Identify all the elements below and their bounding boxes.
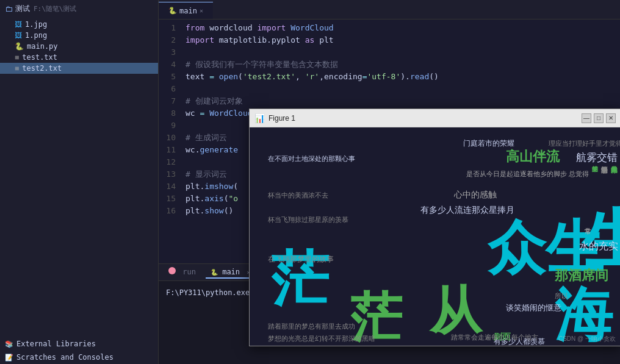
tab-main[interactable]: 🐍 main ✕ [159, 2, 213, 19]
word-bot4: 踏常常会走遍每个人每个地方 [451, 334, 538, 341]
code-line-6 [186, 83, 615, 95]
project-path: F:\随笔\测试 [34, 4, 77, 13]
folder-icon: 🗀 [5, 4, 13, 13]
editor-area: 🐍 main ✕ 12345 678910 1112131415 16 from… [159, 0, 620, 364]
code-line-4: # 假设我们有一个字符串变量包含文本数据 [186, 59, 615, 71]
code-line-1: from wordcloud import WordCloud [186, 22, 615, 34]
tab-close-icon[interactable]: ✕ [200, 7, 203, 14]
word-bot1: 在飞翔那梦里的故事 [268, 255, 334, 263]
close-button[interactable]: ✕ [606, 113, 616, 123]
word-mid1: 心中的感触 [453, 190, 497, 199]
figure-app-icon: 📊 [254, 113, 265, 123]
word-suoyi: 所以 [555, 292, 568, 299]
py-tab-icon: 🐍 [211, 269, 218, 276]
word-haduoshao1: 有多少人流连那众星捧月 [420, 205, 514, 215]
word-mentingru: 门庭若市的荣耀 [463, 139, 514, 148]
line-numbers: 12345 678910 1112131415 16 [159, 20, 181, 263]
word-small2: 是否从今日是起追逐着他乡的脚步 总觉得 [466, 170, 589, 177]
scratches-icon: 📝 [5, 354, 13, 362]
word-small3: 理应当打理好手里才觉得心事 [549, 140, 620, 147]
file-item-mainpy[interactable]: 🐍 main.py [0, 41, 158, 52]
watermark: CSDN @ 一响小贪欢 [558, 335, 616, 343]
scratches-consoles-section[interactable]: 📝 Scratches and Consoles [0, 351, 158, 364]
file-item-1png[interactable]: 🖼 1.png [0, 30, 158, 41]
terminal-tab-main[interactable]: 🐍 main ✕ [206, 266, 255, 279]
image-icon: 🖼 [15, 31, 22, 40]
run-status-icon [168, 267, 176, 274]
editor-tabs: 🐍 main ✕ [159, 0, 620, 20]
project-name: 测试 [15, 4, 30, 14]
word-left1: 杯当飞翔掠过那星原的羡慕 [267, 216, 348, 223]
file-item-1jpg[interactable]: 🖼 1.jpg [0, 19, 158, 30]
tab-label: main [179, 7, 197, 15]
file-name: main.py [27, 42, 58, 51]
py-icon: 🐍 [168, 7, 177, 15]
code-line-7: # 创建词云对象 [186, 95, 615, 107]
wordcloud-container: 众生 海 茫 茫 从 生 高山伴流 航雾交错 在不面对土地深处的那颗心事 是否从… [250, 127, 620, 346]
word-bot2: 踏着那里的梦总有那里去成功 [268, 323, 355, 330]
python-icon: 🐍 [15, 42, 24, 51]
main-tab-label: main [222, 268, 240, 276]
project-header[interactable]: 🗀 测试 F:\随笔\测试 [0, 0, 158, 18]
figure-titlebar: 📊 Figure 1 — □ ✕ [250, 109, 620, 127]
word-hangwu: 航雾交错 [576, 152, 618, 163]
image-icon: 🖼 [15, 20, 22, 29]
run-tab-label: run [182, 268, 196, 276]
figure-window[interactable]: 📊 Figure 1 — □ ✕ 众生 海 茫 茫 从 [249, 109, 620, 346]
word-bot3: 梦想的光亮总是幻转不开那深的黑暗 [268, 335, 375, 342]
word-sheng: 生 [581, 204, 620, 276]
figure-title-left: 📊 Figure 1 [254, 113, 295, 123]
wordcloud-svg: 众生 海 茫 茫 从 生 高山伴流 航雾交错 在不面对土地深处的那颗心事 是否从… [250, 127, 620, 346]
file-name: test.txt [22, 53, 57, 62]
code-line-3 [186, 46, 615, 59]
word-tanhun: 谈笑婚闹的惬意 [506, 303, 561, 312]
code-line-5: text = open('test2.txt', 'r',encoding='u… [186, 71, 615, 83]
code-line-2: import matplotlib.pyplot as plt [186, 34, 615, 46]
file-name: test2.txt [22, 64, 62, 73]
file-name: 1.png [25, 31, 47, 40]
library-icon: 📚 [5, 340, 13, 348]
maximize-button[interactable]: □ [594, 113, 604, 123]
word-mid2: 杯当中的美酒浓不去 [267, 191, 328, 199]
sidebar: 🗀 测试 F:\随笔\测试 🖼 1.jpg 🖼 1.png 🐍 main.py … [0, 0, 159, 364]
file-name: 1.jpg [25, 20, 47, 29]
word-shui: 水的充实 [579, 241, 618, 251]
section-label: Scratches and Consoles [16, 353, 114, 362]
external-libraries-section[interactable]: 📚 External Libraries [0, 337, 158, 351]
word-small1: 在不面对土地深处的那颗心事 [268, 155, 355, 162]
file-item-testtxt[interactable]: ≡ test.txt [0, 52, 158, 63]
text-icon: ≡ [15, 53, 19, 62]
file-list: 🖼 1.jpg 🖼 1.png 🐍 main.py ≡ test.txt ≡ t… [0, 18, 158, 337]
figure-body: 众生 海 茫 茫 从 生 高山伴流 航雾交错 在不面对土地深处的那颗心事 是否从… [250, 127, 620, 346]
figure-title-text: Figure 1 [269, 114, 295, 123]
word-gaoshanpangliu: 高山伴流 [506, 149, 560, 164]
text-icon: ≡ [15, 64, 19, 73]
word-cong: 从 [428, 282, 483, 340]
file-item-test2txt[interactable]: ≡ test2.txt [0, 63, 158, 74]
section-label: External Libraries [16, 340, 96, 348]
minimize-button[interactable]: — [582, 113, 591, 123]
figure-window-controls: — □ ✕ [582, 113, 616, 123]
terminal-tab-run[interactable]: run [164, 266, 201, 279]
word-jiu: 那酒席间 [554, 268, 608, 283]
